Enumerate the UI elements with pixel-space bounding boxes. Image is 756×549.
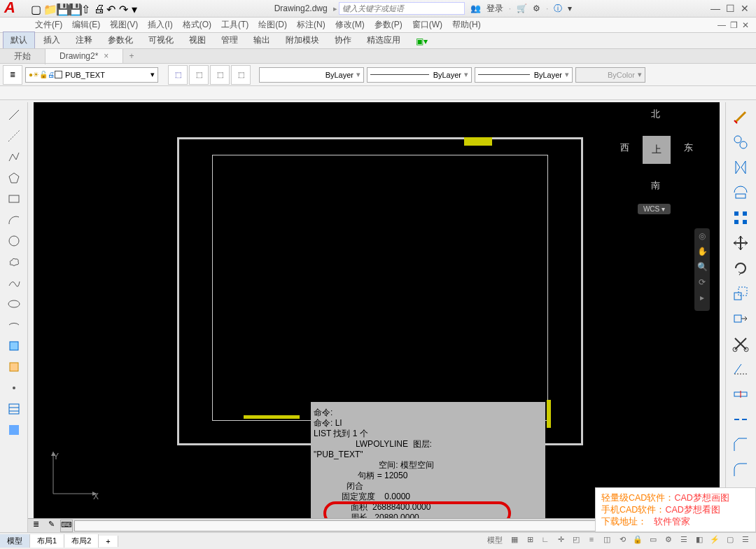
menu-format[interactable]: 格式(O) bbox=[183, 19, 211, 31]
line-tool[interactable] bbox=[6, 106, 22, 123]
layer-off-button[interactable]: ⬚ bbox=[210, 65, 230, 85]
point-tool[interactable] bbox=[6, 380, 22, 396]
ribbon-tab-default[interactable]: 默认 bbox=[3, 32, 35, 48]
stretch-tool[interactable] bbox=[732, 310, 751, 329]
tab-start[interactable]: 开始 bbox=[0, 48, 46, 64]
nav-wheel-icon[interactable]: ◎ bbox=[694, 231, 710, 246]
app-logo[interactable]: A bbox=[0, 0, 28, 18]
ribbon-tab-parametric[interactable]: 参数化 bbox=[101, 32, 140, 48]
tab-layout-1[interactable]: 布局1 bbox=[30, 534, 64, 548]
qat-dropdown-icon[interactable]: ▾ bbox=[132, 3, 143, 14]
ellipse-tool[interactable] bbox=[6, 296, 22, 312]
cycling-toggle-icon[interactable]: ⟲ bbox=[616, 535, 629, 548]
move-tool[interactable] bbox=[732, 234, 751, 253]
hatch-tool[interactable] bbox=[6, 401, 22, 417]
annoscale-icon[interactable]: 🔒 bbox=[631, 535, 644, 548]
help-icon[interactable]: ⓘ bbox=[554, 3, 562, 15]
tab-add-layout[interactable]: + bbox=[99, 536, 118, 547]
layer-iso-button[interactable]: ⬚ bbox=[189, 65, 209, 85]
nav-pan-icon[interactable]: ✋ bbox=[694, 246, 710, 262]
join-tool[interactable] bbox=[732, 410, 751, 430]
user-icon[interactable]: 👥 bbox=[470, 4, 481, 13]
array-tool[interactable] bbox=[732, 209, 751, 228]
undo-icon[interactable]: ↶ bbox=[106, 3, 118, 14]
status-model-badge[interactable]: 模型 bbox=[484, 535, 505, 548]
lineweight-toggle-icon[interactable]: ≡ bbox=[585, 535, 598, 548]
tab-current-doc[interactable]: Drawing2*× bbox=[46, 49, 123, 63]
viewcube-top-face[interactable]: 上 bbox=[643, 136, 671, 164]
help-dropdown-icon[interactable]: ▾ bbox=[568, 4, 572, 13]
menu-insert[interactable]: 插入(I) bbox=[148, 19, 172, 31]
tab-model-space[interactable]: 模型 bbox=[0, 534, 30, 548]
rectangle-tool[interactable] bbox=[6, 190, 22, 207]
ribbon-expand-icon[interactable]: ▣▾ bbox=[409, 34, 435, 48]
cmd-customize-icon[interactable]: ✎ bbox=[45, 520, 57, 532]
rotate-tool[interactable] bbox=[732, 259, 751, 279]
menu-tools[interactable]: 工具(T) bbox=[221, 19, 248, 31]
cmd-history-icon[interactable]: ≣ bbox=[29, 520, 42, 532]
fillet-tool[interactable] bbox=[732, 461, 751, 480]
lineweight-dropdown[interactable]: ByLayer▾ bbox=[367, 67, 472, 83]
menu-file[interactable]: 文件(F) bbox=[35, 19, 62, 31]
ribbon-tab-view[interactable]: 视图 bbox=[182, 32, 213, 48]
ribbon-tab-output[interactable]: 输出 bbox=[246, 32, 277, 48]
grid-toggle-icon[interactable]: ▦ bbox=[508, 535, 521, 548]
menu-help[interactable]: 帮助(H) bbox=[452, 19, 481, 31]
search-input[interactable] bbox=[339, 2, 465, 15]
layer-dropdown[interactable]: ● ☀ 🔓 🖨 PUB_TEXT ▾ bbox=[25, 67, 158, 83]
isolate-icon[interactable]: ◧ bbox=[693, 535, 706, 548]
login-button[interactable]: 登录 bbox=[486, 3, 503, 15]
plot-icon[interactable]: 🖨 bbox=[94, 3, 105, 14]
close-button[interactable]: ✕ bbox=[741, 3, 749, 14]
ribbon-tab-manage[interactable]: 管理 bbox=[214, 32, 245, 48]
redo-icon[interactable]: ↷ bbox=[119, 3, 130, 14]
circle-tool[interactable] bbox=[6, 232, 22, 249]
menu-edit[interactable]: 编辑(E) bbox=[72, 19, 100, 31]
drawing-canvas[interactable]: 北 西 东 南 上 WCS ▾ ◎ ✋ 🔍 ⟳ ▸ Y X 命令: 命令: LI… bbox=[34, 102, 720, 518]
osnap-toggle-icon[interactable]: ◰ bbox=[570, 535, 582, 548]
workspace-icon[interactable]: ⚙ bbox=[662, 535, 675, 548]
view-cube[interactable]: 北 西 东 南 上 bbox=[615, 108, 699, 192]
make-block-tool[interactable] bbox=[6, 359, 22, 375]
arc-tool[interactable] bbox=[6, 211, 22, 228]
chamfer-tool[interactable] bbox=[732, 436, 751, 455]
ribbon-tab-annotate[interactable]: 注释 bbox=[69, 32, 99, 48]
ellipse-arc-tool[interactable] bbox=[6, 317, 22, 333]
revision-cloud-tool[interactable] bbox=[6, 253, 22, 270]
nav-showmc-icon[interactable]: ▸ bbox=[694, 293, 710, 308]
doc-restore-icon[interactable]: ❐ bbox=[730, 20, 738, 30]
mirror-tool[interactable] bbox=[732, 158, 751, 178]
menu-view[interactable]: 视图(V) bbox=[110, 19, 138, 31]
linetype-dropdown[interactable]: ByLayer▾ bbox=[475, 67, 573, 83]
nav-orbit-icon[interactable]: ⟳ bbox=[694, 277, 710, 293]
new-icon[interactable]: ▢ bbox=[31, 3, 42, 14]
ribbon-tab-collab[interactable]: 协作 bbox=[328, 32, 358, 48]
insert-block-tool[interactable] bbox=[6, 338, 22, 354]
menu-dimension[interactable]: 标注(N) bbox=[297, 19, 326, 31]
snap-toggle-icon[interactable]: ⊞ bbox=[524, 535, 536, 548]
polygon-tool[interactable] bbox=[6, 169, 22, 186]
minimize-button[interactable]: — bbox=[710, 3, 720, 14]
plotstyle-dropdown[interactable]: ByColor▾ bbox=[575, 67, 645, 83]
doc-close-icon[interactable]: ✕ bbox=[742, 20, 749, 30]
tab-close-icon[interactable]: × bbox=[104, 51, 108, 61]
layer-state-button[interactable]: ⬚ bbox=[168, 65, 188, 85]
open-icon[interactable]: 📁 bbox=[43, 3, 55, 14]
hardware-accel-icon[interactable]: ⚡ bbox=[708, 535, 721, 548]
erase-tool[interactable] bbox=[732, 108, 751, 127]
gradient-tool[interactable] bbox=[6, 422, 22, 438]
layer-match-button[interactable]: ⬚ bbox=[231, 65, 251, 85]
copy-tool[interactable] bbox=[732, 133, 751, 153]
doc-min-icon[interactable]: — bbox=[718, 20, 726, 30]
color-dropdown[interactable]: ByLayer▾ bbox=[259, 67, 364, 83]
menu-parametric[interactable]: 参数(P) bbox=[374, 19, 402, 31]
ribbon-tab-featured[interactable]: 精选应用 bbox=[360, 32, 407, 48]
app-store-icon[interactable]: ⚙ bbox=[533, 4, 540, 13]
extend-tool[interactable] bbox=[732, 360, 751, 380]
layer-properties-button[interactable]: ≣ bbox=[3, 65, 22, 85]
trim-tool[interactable] bbox=[732, 335, 751, 354]
menu-window[interactable]: 窗口(W) bbox=[412, 19, 442, 31]
saveas-icon[interactable]: 💾 bbox=[69, 3, 80, 14]
transparency-toggle-icon[interactable]: ◫ bbox=[601, 535, 613, 548]
customize-status-icon[interactable]: ☰ bbox=[739, 535, 752, 548]
